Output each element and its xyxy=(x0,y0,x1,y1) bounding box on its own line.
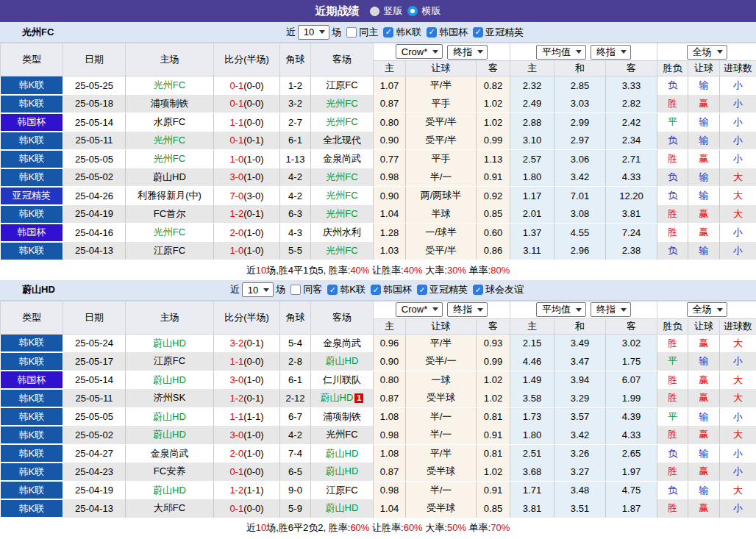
home-team-cell: FC安养 xyxy=(126,463,214,481)
away-team-name: 光州FC xyxy=(326,171,357,182)
avg-away-cell: 12.20 xyxy=(606,187,657,205)
avg-draw-cell: 3.03 xyxy=(554,95,606,113)
home-team-name: 利雅得新月(中) xyxy=(138,190,202,201)
away-team-name: 光州FC xyxy=(326,245,357,256)
league-checkbox-3[interactable]: ✓ xyxy=(473,285,483,295)
same-venue-checkbox[interactable] xyxy=(290,285,301,295)
summary-value: 10 xyxy=(256,522,266,533)
odds-source-select[interactable]: Crow* xyxy=(396,302,443,317)
col-header-1: 日期 xyxy=(63,301,126,334)
sub-header-5: 客 xyxy=(606,318,657,334)
radio-vertical-layout[interactable] xyxy=(370,7,379,16)
average-dropdowns-cell: 平均值终指 xyxy=(510,43,657,61)
filter-recent-label: 近 xyxy=(230,283,240,296)
goals-result-cell: 小 xyxy=(720,444,756,463)
sub-header-2: 客 xyxy=(477,318,510,334)
avg-away-cell: 2.34 xyxy=(606,132,657,150)
average-final-select[interactable]: 终指 xyxy=(591,45,631,60)
home-odds-cell: 0.98 xyxy=(374,168,406,187)
radio-vertical-label[interactable]: 竖版 xyxy=(384,4,403,18)
match-date: 25-05-14 xyxy=(63,113,126,132)
away-odds-cell: 1.02 xyxy=(477,95,510,113)
half-time-score: (0-1) xyxy=(243,338,263,349)
away-odds-cell: 0.82 xyxy=(477,76,510,95)
full-match-select[interactable]: 全场 xyxy=(687,302,727,317)
full-time-score: 1-2 xyxy=(229,393,243,404)
full-time-score: 3-0 xyxy=(229,171,243,182)
odds-final-select[interactable]: 终指 xyxy=(447,45,488,60)
match-row: 韩国杯25-05-14水原FC1-1(0-0)2-7光州FC0.80受平/半1.… xyxy=(1,113,756,132)
full-time-score: 1-2 xyxy=(229,208,243,219)
half-time-score: (0-0) xyxy=(243,117,263,128)
avg-draw-cell: 3.47 xyxy=(554,352,606,371)
avg-draw-cell: 7.01 xyxy=(554,187,606,205)
avg-draw-cell: 3.06 xyxy=(554,150,606,168)
team-section-header: 光州FC 近10场同主✓韩K联✓韩国杯✓亚冠精英 xyxy=(0,22,756,43)
away-odds-cell: 1.02 xyxy=(477,371,510,389)
recent-count-select[interactable]: 10 xyxy=(298,25,329,40)
match-date: 25-05-11 xyxy=(63,389,126,407)
away-team-cell: 蔚山HD1 xyxy=(311,389,374,407)
half-time-score: (0-1) xyxy=(243,135,263,146)
odds-final-select-value: 终指 xyxy=(453,46,472,59)
league-type-cell: 韩K联 xyxy=(1,242,63,260)
radio-horizontal-layout[interactable] xyxy=(407,6,418,16)
away-team-cell: 蔚山HD xyxy=(311,499,374,518)
league-type-cell: 韩K联 xyxy=(1,481,63,499)
home-team-name: 大邱FC xyxy=(154,502,185,513)
average-select[interactable]: 平均值 xyxy=(536,45,586,60)
full-time-score: 0-1 xyxy=(229,80,243,91)
league-checkbox-1[interactable]: ✓ xyxy=(371,285,381,295)
league-checkbox-label-0: 韩K联 xyxy=(396,26,421,39)
avg-away-cell: 4.39 xyxy=(606,407,657,426)
match-date: 25-05-05 xyxy=(63,407,126,426)
corners-cell: 4-2 xyxy=(280,168,311,187)
result-cell: 胜 xyxy=(657,463,688,481)
league-checkbox-0[interactable]: ✓ xyxy=(327,285,338,295)
average-final-select-value: 终指 xyxy=(596,303,616,316)
half-time-score: (1-0) xyxy=(243,448,263,459)
handicap-result-cell: 输 xyxy=(688,242,720,260)
result-cell: 胜 xyxy=(657,95,688,113)
result-cell: 胜 xyxy=(657,499,688,518)
away-team-cell: 江原FC xyxy=(311,76,374,95)
away-team-name: 蔚山HD xyxy=(326,502,359,513)
handicap-result-cell: 输 xyxy=(688,168,720,187)
chevron-down-icon xyxy=(477,50,483,54)
away-team-name: 金泉尚武 xyxy=(323,338,361,349)
sub-header-0: 主 xyxy=(374,318,406,334)
away-team-cell: 光州FC xyxy=(311,242,374,260)
result-cell: 负 xyxy=(657,242,688,260)
home-odds-cell: 0.98 xyxy=(374,481,406,499)
result-cell: 胜 xyxy=(657,334,688,352)
away-odds-cell: 0.85 xyxy=(477,205,510,224)
result-cell: 胜 xyxy=(657,150,688,168)
league-checkbox-2[interactable]: ✓ xyxy=(417,285,427,295)
away-team-cell: 光州FC xyxy=(311,113,374,132)
chevron-down-icon xyxy=(621,308,627,312)
match-date: 25-05-11 xyxy=(63,132,126,150)
away-team-cell: 江原FC xyxy=(311,481,374,499)
recent-count-select[interactable]: 10 xyxy=(242,282,274,297)
result-cell: 负 xyxy=(657,187,688,205)
away-team-name: 金泉尚武 xyxy=(323,153,361,164)
odds-final-select[interactable]: 终指 xyxy=(447,302,488,317)
full-match-select[interactable]: 全场 xyxy=(687,45,727,60)
sub-header-1: 让球 xyxy=(406,61,477,76)
league-checkbox-1[interactable]: ✓ xyxy=(427,27,437,38)
home-team-cell: 水原FC xyxy=(126,113,214,132)
league-checkbox-0[interactable]: ✓ xyxy=(383,27,393,38)
odds-source-select[interactable]: Crow* xyxy=(396,44,443,59)
average-final-select[interactable]: 终指 xyxy=(591,302,631,317)
same-venue-checkbox[interactable] xyxy=(346,27,357,38)
average-select[interactable]: 平均值 xyxy=(536,302,586,317)
score-cell: 2-0(1-0) xyxy=(214,444,280,463)
away-team-cell: 蔚山HD xyxy=(311,463,374,481)
handicap-result-cell: 赢 xyxy=(688,150,720,168)
full-time-score: 0-1 xyxy=(229,135,243,146)
radio-horizontal-label[interactable]: 横版 xyxy=(422,4,441,18)
half-time-score: (0-0) xyxy=(243,356,263,367)
home-odds-cell: 1.08 xyxy=(374,407,406,426)
avg-draw-cell: 3.42 xyxy=(554,168,606,187)
league-checkbox-2[interactable]: ✓ xyxy=(473,27,483,38)
